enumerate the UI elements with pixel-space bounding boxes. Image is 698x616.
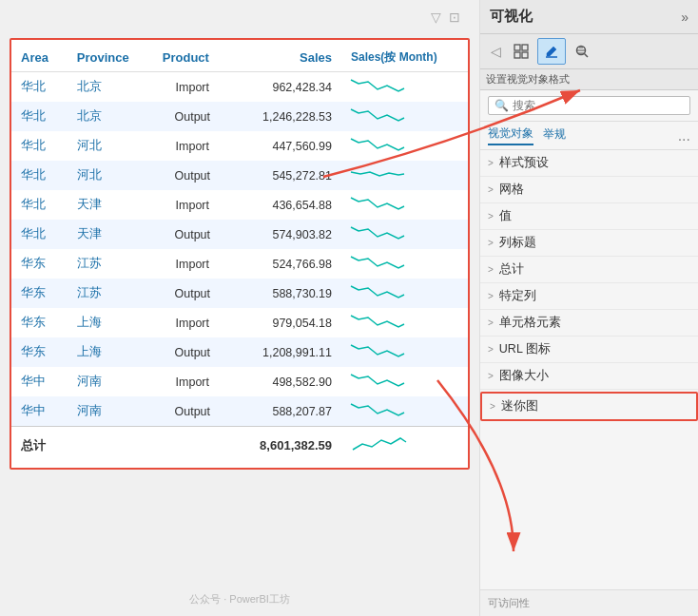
right-panel: 可视化 » ◁ bbox=[479, 0, 698, 616]
cell-product: Output bbox=[153, 279, 232, 308]
cell-province: 北京 bbox=[68, 72, 153, 103]
cell-sales: 574,903.82 bbox=[232, 220, 341, 249]
cell-area: 华东 bbox=[11, 279, 68, 308]
expand-icon[interactable]: » bbox=[681, 10, 688, 25]
cell-sparkline bbox=[341, 190, 468, 220]
section-item-总计[interactable]: > 总计 bbox=[480, 257, 698, 283]
svg-rect-0 bbox=[514, 45, 520, 50]
cell-sales: 588,207.87 bbox=[232, 396, 341, 427]
table-row: 华中 河南 Import 498,582.90 bbox=[11, 367, 468, 396]
col-header-area[interactable]: Area bbox=[11, 44, 68, 72]
bottom-bar: 可访问性 bbox=[480, 589, 698, 616]
chevron-icon: > bbox=[488, 238, 494, 248]
section-item-单元格元素[interactable]: > 单元格元素 bbox=[480, 310, 698, 337]
tab-rules[interactable]: 举规 bbox=[543, 126, 566, 144]
section-label: 网格 bbox=[499, 182, 524, 198]
viz-tabs: 视觉对象 举规 ... bbox=[480, 122, 698, 150]
cell-sparkline bbox=[341, 131, 468, 161]
section-item-特定列[interactable]: > 特定列 bbox=[480, 283, 698, 310]
cell-area: 华东 bbox=[11, 337, 68, 367]
cell-area: 华东 bbox=[11, 249, 68, 279]
cell-product: Output bbox=[153, 102, 232, 131]
chevron-icon: > bbox=[488, 318, 494, 328]
section-item-URL 图标[interactable]: > URL 图标 bbox=[480, 337, 698, 363]
cell-province: 河北 bbox=[68, 131, 153, 161]
cell-sparkline bbox=[341, 367, 468, 396]
cell-area: 华北 bbox=[11, 72, 68, 103]
cell-product: Output bbox=[153, 220, 232, 249]
table-row: 华北 天津 Output 574,903.82 bbox=[11, 220, 468, 249]
cell-sales: 1,246,228.53 bbox=[232, 102, 341, 131]
section-label: 值 bbox=[499, 208, 512, 224]
cell-area: 华北 bbox=[11, 102, 68, 131]
viz-panel-title: 可视化 bbox=[490, 8, 533, 26]
cell-sparkline bbox=[341, 220, 468, 249]
section-label: 单元格元素 bbox=[499, 315, 561, 331]
cell-product: Import bbox=[153, 131, 232, 161]
section-label: 图像大小 bbox=[499, 368, 549, 384]
section-item-迷你图[interactable]: > 迷你图 bbox=[480, 392, 698, 421]
chevron-icon: > bbox=[488, 184, 494, 195]
filter-icons: ▽ ⊡ bbox=[431, 10, 460, 25]
cell-product: Output bbox=[153, 161, 232, 190]
table-row: 华北 北京 Output 1,246,228.53 bbox=[11, 102, 468, 131]
tab-more-options[interactable]: ... bbox=[678, 127, 690, 144]
col-header-sales-month[interactable]: Sales(按 Month) bbox=[341, 44, 468, 72]
cell-sparkline bbox=[341, 161, 468, 190]
cell-product: Import bbox=[153, 190, 232, 220]
chevron-icon: > bbox=[488, 371, 494, 381]
cell-area: 华北 bbox=[11, 190, 68, 220]
table-row: 华东 上海 Import 979,054.18 bbox=[11, 308, 468, 337]
format-subtitle: 设置视觉对象格式 bbox=[480, 69, 698, 90]
viz-panel-header: 可视化 » bbox=[480, 0, 698, 34]
cell-province: 江苏 bbox=[68, 279, 153, 308]
section-label: 列标题 bbox=[499, 235, 536, 251]
chevron-icon: > bbox=[488, 291, 494, 301]
analytics-icon-btn[interactable] bbox=[568, 38, 596, 65]
viz-toolbar: ◁ bbox=[480, 34, 698, 69]
search-area: 🔍 bbox=[480, 90, 698, 122]
section-item-样式预设[interactable]: > 样式预设 bbox=[480, 150, 698, 177]
accessibility-label[interactable]: 可访问性 bbox=[488, 596, 530, 610]
cell-area: 华中 bbox=[11, 396, 68, 427]
cell-sparkline bbox=[341, 72, 468, 103]
chevron-icon: > bbox=[490, 401, 495, 412]
cell-province: 河北 bbox=[68, 161, 153, 190]
svg-rect-2 bbox=[514, 52, 520, 58]
data-table: Area Province Product Sales Sales(按 Mont… bbox=[11, 44, 468, 464]
cell-area: 华东 bbox=[11, 308, 68, 337]
cell-sparkline bbox=[341, 102, 468, 131]
cell-product: Import bbox=[153, 367, 232, 396]
chevron-icon: > bbox=[488, 344, 494, 355]
cell-area: 华北 bbox=[11, 220, 68, 249]
cell-product: Import bbox=[153, 308, 232, 337]
svg-rect-3 bbox=[522, 52, 528, 58]
watermark: 公众号 · PowerBI工坊 bbox=[189, 592, 290, 606]
search-input[interactable] bbox=[513, 99, 684, 112]
section-item-值[interactable]: > 值 bbox=[480, 203, 698, 230]
grid-icon-btn[interactable] bbox=[507, 38, 535, 65]
cell-product: Output bbox=[153, 337, 232, 367]
collapse-icon[interactable]: ◁ bbox=[486, 38, 505, 65]
col-header-product[interactable]: Product bbox=[153, 44, 232, 72]
cell-sparkline bbox=[341, 279, 468, 308]
cell-sales: 545,272.81 bbox=[232, 161, 341, 190]
cell-province: 河南 bbox=[68, 367, 153, 396]
section-item-列标题[interactable]: > 列标题 bbox=[480, 230, 698, 257]
cell-sales: 498,582.90 bbox=[232, 367, 341, 396]
svg-rect-1 bbox=[522, 45, 528, 50]
format-icon-btn[interactable] bbox=[537, 38, 566, 65]
section-item-图像大小[interactable]: > 图像大小 bbox=[480, 363, 698, 390]
tab-visual-object[interactable]: 视觉对象 bbox=[488, 125, 533, 145]
cell-sparkline bbox=[341, 308, 468, 337]
cell-sales: 524,766.98 bbox=[232, 249, 341, 279]
section-item-网格[interactable]: > 网格 bbox=[480, 177, 698, 203]
chevron-icon: > bbox=[488, 211, 494, 221]
table-row: 华北 河北 Output 545,272.81 bbox=[11, 161, 468, 190]
section-label: URL 图标 bbox=[499, 341, 551, 357]
chevron-icon: > bbox=[488, 158, 494, 168]
cell-product: Import bbox=[153, 249, 232, 279]
cell-province: 上海 bbox=[68, 308, 153, 337]
col-header-sales[interactable]: Sales bbox=[232, 44, 341, 72]
col-header-province[interactable]: Province bbox=[68, 44, 153, 72]
